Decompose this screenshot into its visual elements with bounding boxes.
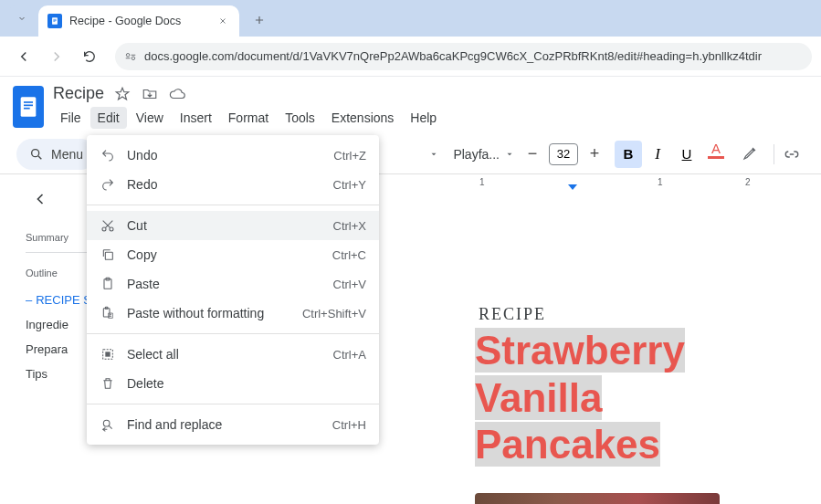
edit-menu-paste[interactable]: PasteCtrl+V (87, 269, 379, 299)
undo-icon (100, 147, 116, 163)
edit-menu-cut[interactable]: CutCtrl+X (87, 211, 379, 240)
edit-menu-select-all[interactable]: Select allCtrl+A (87, 340, 379, 369)
menu-item-label: Find and replace (127, 417, 321, 432)
menu-item-label: Redo (127, 177, 322, 192)
outline-item[interactable]: Ingredie (26, 312, 91, 337)
svg-rect-3 (53, 21, 55, 22)
docs-header: Recipe File Edit View Insert Format Tool… (0, 77, 821, 129)
nav-back-button[interactable] (9, 42, 38, 71)
browser-tab[interactable]: Recipe - Google Docs (38, 5, 239, 37)
menu-item-label: Cut (127, 218, 322, 233)
styles-dropdown[interactable] (422, 146, 446, 163)
title-line-3: Pancakes (475, 422, 660, 467)
menu-shortcut: Ctrl+Z (333, 149, 366, 163)
menu-insert[interactable]: Insert (173, 107, 219, 129)
menu-help[interactable]: Help (403, 107, 444, 129)
menu-extensions[interactable]: Extensions (324, 107, 401, 129)
find-replace-icon (100, 416, 116, 433)
svg-point-5 (132, 57, 135, 60)
edit-dropdown-menu: UndoCtrl+ZRedoCtrl+YCutCtrl+XCopyCtrl+CP… (87, 135, 379, 445)
menu-item-label: Paste (127, 277, 322, 291)
document-title[interactable]: Recipe (53, 84, 104, 103)
menu-item-label: Delete (127, 376, 355, 391)
svg-rect-1 (53, 19, 56, 20)
svg-point-10 (32, 149, 39, 156)
svg-rect-2 (53, 20, 56, 21)
font-name-label: Playfa... (453, 147, 500, 162)
menus-search-button[interactable]: Menu (16, 139, 96, 170)
text-color-button[interactable]: A (702, 141, 730, 168)
edit-menu-paste-without-formatting[interactable]: Paste without formattingCtrl+Shift+V (87, 299, 379, 328)
menu-item-label: Copy (127, 247, 321, 262)
menu-view[interactable]: View (129, 107, 171, 129)
bold-button[interactable]: B (615, 141, 642, 168)
nav-forward-button[interactable] (42, 42, 71, 71)
url-input[interactable]: docs.google.com/document/d/1VaVKV7nQrePp… (115, 43, 812, 70)
outline-item[interactable]: Prepara (26, 337, 91, 362)
highlight-button[interactable] (737, 141, 763, 166)
recipe-image[interactable] (475, 493, 720, 504)
vertical-ruler (0, 175, 16, 504)
select-all-icon (100, 346, 116, 362)
tab-stop-marker[interactable] (568, 184, 577, 190)
font-size-decrease-button[interactable]: − (521, 143, 543, 165)
document-page[interactable]: RECIPE Strawberry Vanilla Pancakes (475, 195, 821, 504)
paste-icon (100, 276, 116, 292)
menu-edit[interactable]: Edit (90, 107, 127, 129)
cloud-status-icon[interactable] (168, 85, 186, 103)
menu-separator (87, 404, 379, 404)
outline-item[interactable]: –RECIPE S (26, 288, 91, 312)
menu-shortcut: Ctrl+H (332, 418, 366, 432)
cut-icon (100, 217, 116, 234)
close-outline-button[interactable] (26, 184, 55, 214)
star-button[interactable] (113, 85, 132, 103)
menu-shortcut: Ctrl+V (333, 278, 366, 291)
svg-rect-0 (52, 17, 58, 25)
site-info-icon[interactable] (124, 50, 137, 63)
tab-search-button[interactable] (9, 5, 35, 31)
title-line-1: Strawberry (475, 328, 685, 373)
recipe-title[interactable]: Strawberry Vanilla Pancakes (475, 328, 821, 469)
outline-item[interactable]: Tips (26, 362, 91, 386)
menu-separator (87, 333, 379, 334)
nav-reload-button[interactable] (75, 42, 104, 71)
new-tab-button[interactable] (247, 7, 272, 33)
svg-rect-19 (105, 352, 110, 356)
docs-logo-icon[interactable] (13, 86, 44, 128)
edit-menu-find-and-replace[interactable]: Find and replaceCtrl+H (87, 410, 379, 439)
edit-menu-undo[interactable]: UndoCtrl+Z (87, 141, 379, 170)
tab-title: Recipe - Google Docs (69, 15, 208, 27)
menu-separator (87, 205, 379, 205)
recipe-eyebrow[interactable]: RECIPE (479, 305, 821, 324)
url-text: docs.google.com/document/d/1VaVKV7nQrePp… (144, 49, 762, 63)
svg-rect-13 (105, 252, 112, 259)
svg-rect-9 (24, 108, 30, 110)
edit-menu-redo[interactable]: RedoCtrl+Y (87, 170, 379, 199)
edit-menu-copy[interactable]: CopyCtrl+C (87, 240, 379, 269)
menu-bar: File Edit View Insert Format Tools Exten… (53, 107, 444, 129)
menu-tools[interactable]: Tools (278, 107, 322, 129)
underline-button[interactable]: U (673, 141, 700, 168)
italic-button[interactable]: I (644, 141, 671, 168)
search-icon (29, 147, 44, 162)
text-color-swatch (708, 156, 724, 159)
close-tab-button[interactable] (216, 14, 230, 28)
menu-item-label: Paste without formatting (127, 306, 291, 320)
paste-plain-icon (100, 305, 116, 321)
insert-link-button[interactable] (780, 142, 805, 167)
menu-format[interactable]: Format (221, 107, 276, 129)
svg-rect-8 (24, 105, 33, 107)
font-size-input[interactable]: 32 (549, 143, 578, 165)
font-size-increase-button[interactable]: + (584, 143, 605, 165)
title-line-2: Vanilla (475, 375, 602, 420)
menu-item-label: Select all (127, 347, 322, 362)
move-button[interactable] (141, 85, 159, 103)
menu-file[interactable]: File (53, 107, 89, 129)
browser-address-bar: docs.google.com/document/d/1VaVKV7nQrePp… (0, 37, 821, 77)
font-family-dropdown[interactable]: Playfa... (446, 147, 521, 162)
svg-rect-7 (24, 101, 33, 103)
menu-shortcut: Ctrl+Shift+V (302, 307, 366, 320)
svg-point-20 (103, 420, 110, 426)
edit-menu-delete[interactable]: Delete (87, 369, 379, 398)
menu-item-label: Undo (127, 148, 322, 163)
